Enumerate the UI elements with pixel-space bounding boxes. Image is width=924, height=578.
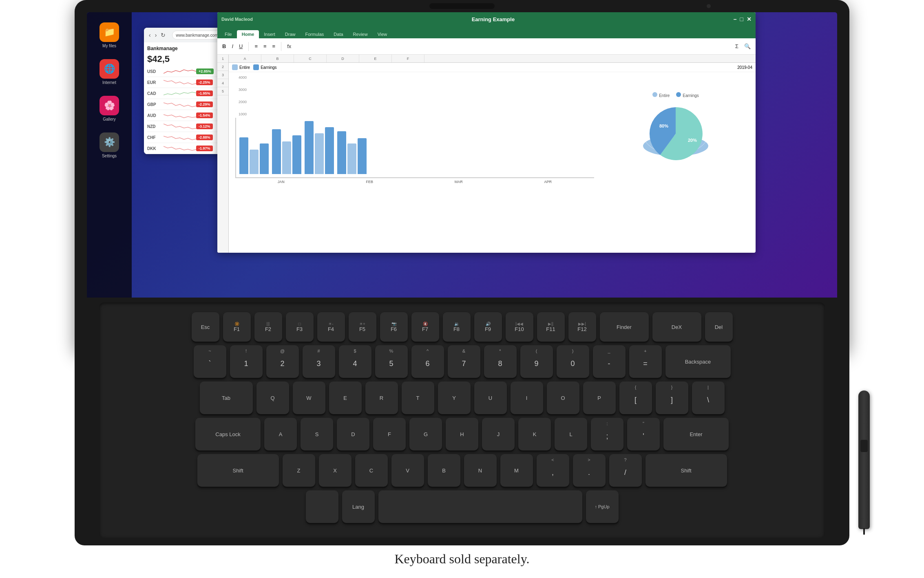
key-f8[interactable]: 🔉F8 xyxy=(443,312,471,342)
key-q[interactable]: Q xyxy=(256,382,289,414)
key-shift-left[interactable]: Shift xyxy=(197,454,279,487)
key-quote[interactable]: "' xyxy=(627,418,660,450)
key-y[interactable]: Y xyxy=(438,382,471,414)
excel-minimize[interactable]: – xyxy=(734,16,737,22)
key-c[interactable]: C xyxy=(355,454,388,487)
key-f7[interactable]: 🔇F7 xyxy=(411,312,439,342)
key-r[interactable]: R xyxy=(365,382,398,414)
key-g[interactable]: G xyxy=(409,418,442,450)
key-fn[interactable] xyxy=(306,490,338,523)
excel-maximize[interactable]: □ xyxy=(740,16,743,22)
key-n[interactable]: N xyxy=(464,454,497,487)
key-f3[interactable]: □F3 xyxy=(286,312,314,342)
key-equals[interactable]: += xyxy=(629,345,662,378)
key-f6[interactable]: 📷F6 xyxy=(380,312,408,342)
key-o[interactable]: O xyxy=(547,382,579,414)
key-e[interactable]: E xyxy=(329,382,362,414)
key-lang[interactable]: Lang xyxy=(342,490,375,523)
key-period[interactable]: >. xyxy=(573,454,606,487)
key-capslock[interactable]: Caps Lock xyxy=(195,418,261,450)
refresh-button[interactable]: ↻ xyxy=(161,32,166,38)
key-rbracket[interactable]: }] xyxy=(656,382,688,414)
key-pgup[interactable]: ↑ PgUp xyxy=(586,490,619,523)
key-1[interactable]: !1 xyxy=(230,345,263,378)
key-del[interactable]: Del xyxy=(705,312,733,342)
key-slash[interactable]: ?/ xyxy=(609,454,642,487)
key-v[interactable]: V xyxy=(391,454,424,487)
align-right[interactable]: ≡ xyxy=(271,42,277,50)
forward-button[interactable]: › xyxy=(155,32,157,38)
key-esc[interactable]: Esc xyxy=(192,312,219,342)
key-9[interactable]: (9 xyxy=(520,345,553,378)
key-6[interactable]: ^6 xyxy=(411,345,444,378)
key-f9[interactable]: 🔊F9 xyxy=(474,312,502,342)
key-f4[interactable]: ☀-F4 xyxy=(317,312,345,342)
formula-bar[interactable]: fx xyxy=(285,42,293,50)
sidebar-app-internet[interactable]: 🌐 Internet xyxy=(95,57,124,86)
key-f11[interactable]: ▶||F11 xyxy=(537,312,565,342)
back-button[interactable]: ‹ xyxy=(149,32,151,38)
key-h[interactable]: H xyxy=(446,418,478,450)
key-shift-right[interactable]: Shift xyxy=(645,454,727,487)
key-space[interactable] xyxy=(378,490,582,523)
sum-button[interactable]: Σ xyxy=(734,42,740,50)
excel-tab-formulas[interactable]: Formulas xyxy=(300,30,329,38)
excel-tab-review[interactable]: Review xyxy=(348,30,373,38)
excel-tab-data[interactable]: Data xyxy=(329,30,348,38)
sidebar-app-settings[interactable]: ⚙️ Settings xyxy=(95,130,124,160)
excel-tab-view[interactable]: View xyxy=(373,30,392,38)
excel-tab-home[interactable]: Home xyxy=(237,30,259,38)
key-finder[interactable]: Finder xyxy=(600,312,649,342)
key-f5[interactable]: ☀+F5 xyxy=(349,312,376,342)
key-a[interactable]: A xyxy=(264,418,297,450)
key-f10[interactable]: |◀◀F10 xyxy=(506,312,533,342)
key-minus[interactable]: _- xyxy=(593,345,626,378)
excel-tab-draw[interactable]: Draw xyxy=(280,30,301,38)
italic-button[interactable]: I xyxy=(230,42,235,50)
key-d[interactable]: D xyxy=(337,418,369,450)
key-5[interactable]: %5 xyxy=(375,345,408,378)
excel-tab-insert[interactable]: Insert xyxy=(259,30,280,38)
excel-close[interactable]: ✕ xyxy=(747,16,752,22)
key-m[interactable]: M xyxy=(500,454,533,487)
key-enter[interactable]: Enter xyxy=(663,418,729,450)
key-8[interactable]: *8 xyxy=(484,345,517,378)
align-center[interactable]: ≡ xyxy=(262,42,268,50)
search-button[interactable]: 🔍 xyxy=(743,42,752,50)
key-7[interactable]: &7 xyxy=(448,345,480,378)
sidebar-app-myfiles[interactable]: 📁 My files xyxy=(95,20,124,50)
sidebar-app-gallery[interactable]: 🌸 Gallery xyxy=(95,94,124,123)
key-0[interactable]: )0 xyxy=(557,345,589,378)
key-f2[interactable]: |||F2 xyxy=(254,312,282,342)
key-k[interactable]: K xyxy=(518,418,551,450)
key-backtick[interactable]: ~` xyxy=(194,345,226,378)
key-u[interactable]: U xyxy=(474,382,507,414)
key-i[interactable]: I xyxy=(511,382,543,414)
key-semicolon[interactable]: :; xyxy=(591,418,623,450)
key-backspace[interactable]: Backspace xyxy=(665,345,731,378)
key-f1[interactable]: 🔆F1 xyxy=(223,312,251,342)
key-lbracket[interactable]: {[ xyxy=(619,382,652,414)
align-left[interactable]: ≡ xyxy=(253,42,259,50)
key-f[interactable]: F xyxy=(373,418,406,450)
key-backslash[interactable]: |\ xyxy=(692,382,725,414)
key-w[interactable]: W xyxy=(293,382,325,414)
key-tab[interactable]: Tab xyxy=(200,382,253,414)
key-z[interactable]: Z xyxy=(283,454,315,487)
key-l[interactable]: L xyxy=(555,418,587,450)
underline-button[interactable]: U xyxy=(237,42,244,50)
bold-button[interactable]: B xyxy=(221,42,228,50)
key-x[interactable]: X xyxy=(319,454,351,487)
key-b[interactable]: B xyxy=(428,454,460,487)
key-j[interactable]: J xyxy=(482,418,515,450)
key-2[interactable]: @2 xyxy=(266,345,299,378)
key-3[interactable]: #3 xyxy=(303,345,335,378)
key-t[interactable]: T xyxy=(402,382,434,414)
key-4[interactable]: $4 xyxy=(339,345,371,378)
excel-tab-file[interactable]: File xyxy=(220,30,237,38)
key-s[interactable]: S xyxy=(301,418,333,450)
key-dex[interactable]: DeX xyxy=(652,312,701,342)
key-p[interactable]: P xyxy=(583,382,616,414)
key-f12[interactable]: ▶▶|F12 xyxy=(568,312,596,342)
key-comma[interactable]: <, xyxy=(537,454,569,487)
